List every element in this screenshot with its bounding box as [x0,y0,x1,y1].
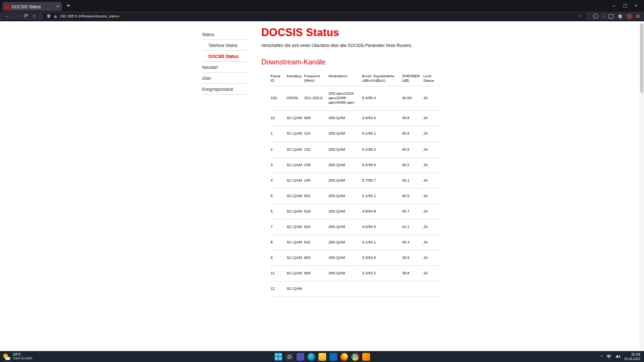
cell-snr: 41.1 [402,219,424,234]
cell-id: 9 [271,251,287,266]
cell-lock: JA [424,266,442,281]
window-controls: – ▢ × [609,1,641,11]
home-icon[interactable]: ⌂ [33,14,36,19]
cell-signal: 5.6/65.6 [362,157,402,173]
page-title: DOCSIS Status [262,26,442,39]
sidebar-item-telefone-status[interactable]: Telefone Status [202,40,248,51]
edge-icon[interactable] [307,353,315,361]
sidebar: Status - Telefone Status DOCSIS Status N… [202,26,248,297]
forward-icon[interactable]: → [14,14,19,19]
file-explorer-icon[interactable] [318,353,326,361]
table-row: 12SC-QAM [271,281,442,297]
taskbar-app-icons [275,353,370,361]
cell-signal: 5.1/65.1 [362,188,402,204]
taskbar: 23°C Stark bewölkt ^ 21:03 16.06.2022 [0,351,644,362]
menu-icon[interactable]: ≡ [636,13,639,19]
cell-lock: JA [424,235,442,251]
cell-snr: 39.8 [402,266,424,281]
scrollbar-thumb[interactable] [640,23,643,93]
cell-mod: 256-QAM [329,219,362,234]
cell-type: SC-QAM [287,173,304,188]
main-panel: DOCSIS Status Verschaffen Sie sich einen… [262,26,442,297]
adblock-shield-icon[interactable] [618,14,623,19]
network-icon[interactable] [606,354,612,359]
sidebar-item-status[interactable]: Status - [202,29,248,40]
sidebar-item-label: Status [202,32,214,37]
cell-signal: 6.1/66.1 [362,126,402,142]
cell-mod: 256-QAM [329,173,362,188]
profile-avatar[interactable] [627,14,632,19]
cell-snr: 40.7 [402,204,424,219]
cell-lock: JA [424,157,442,173]
cell-freq: 626 [304,219,329,234]
table-row: 7SC-QAM626256-QAM4.6/64.641.1JA [271,219,442,234]
cell-lock: JA [424,111,442,126]
cell-lock: JA [424,219,442,234]
sidebar-item-label: Ereignisprotokoll [202,87,233,91]
sidebar-item-docsis-status[interactable]: DOCSIS Status [202,51,248,62]
table-body: 193OFDM151~325.0256-qam/1024-qam/2048-qa… [271,86,442,297]
shield-icon [46,14,51,19]
cell-signal: 4.8/64.8 [362,204,402,219]
table-row: 6SC-QAM618256-QAM4.8/64.840.7JA [271,204,442,219]
cell-type: SC-QAM [287,251,304,266]
close-window-button[interactable]: × [630,1,641,11]
clock-date: 16.06.2022 [624,357,640,361]
chrome-icon[interactable] [351,353,359,361]
taskbar-clock[interactable]: 21:03 16.06.2022 [624,352,640,361]
cell-snr: 40.69 [402,86,424,111]
cell-mod [329,281,362,297]
cell-snr: 40.4 [402,235,424,251]
cell-freq: 666 [304,266,329,281]
firefox-icon[interactable] [340,353,348,361]
sidebar-item-label: Über [202,76,211,81]
page-scrollbar[interactable] [639,21,644,351]
minimize-button[interactable]: – [609,1,620,11]
store-icon[interactable] [329,353,337,361]
cell-mod: 256-QAM [329,251,362,266]
column-header: Empf. Signalstärke(dBmV/dBμV) [362,72,402,86]
close-tab-icon[interactable]: × [56,4,59,9]
sidebar-item-ereignisprotokoll[interactable]: Ereignisprotokoll [202,84,248,95]
sidebar-item-label: Telefone Status [209,43,238,48]
table-row: 10SC-QAM658256-QAM3.6/63.639.8JA [271,111,442,126]
section-title-downstream: Downstream-Kanäle [262,58,442,66]
cell-type: SC-QAM [287,204,304,219]
maximize-button[interactable]: ▢ [620,1,630,11]
cell-type: SC-QAM [287,142,304,157]
cell-mod: 256-QAM [329,235,362,251]
weather-widget[interactable]: 23°C Stark bewölkt [0,352,84,360]
table-row: 193OFDM151~325.0256-qam/1024-qam/2048-qa… [271,86,442,111]
sidebar-toggle-icon[interactable] [609,14,614,19]
download-icon[interactable]: ↓ [602,14,605,19]
start-icon[interactable] [275,353,282,361]
account-icon[interactable] [593,14,598,19]
cell-lock: JA [424,251,442,266]
cell-id: 12 [271,281,287,297]
cell-id: 1 [271,126,287,142]
lock-icon [54,14,57,19]
teams-icon[interactable] [297,353,304,361]
browser-tab[interactable]: DOCSIS Status × [3,2,62,11]
sidebar-item-ueber[interactable]: Über [202,73,248,84]
tab-title: DOCSIS Status [12,5,54,9]
volume-icon[interactable] [615,354,621,359]
search-icon[interactable] [286,353,293,361]
cell-id: 5 [271,188,287,204]
cell-id: 10 [271,111,287,126]
tray-chevron-icon[interactable]: ^ [601,355,603,359]
weather-condition: Stark bewölkt [13,357,32,361]
new-tab-button[interactable]: + [66,3,70,9]
reload-icon[interactable]: ⟳ [24,14,28,19]
sidebar-item-neustart[interactable]: Neustart [202,62,248,73]
back-icon[interactable]: ← [5,14,10,19]
cell-lock: JA [424,142,442,157]
security-icon[interactable] [362,353,370,361]
cell-signal: 4.6/64.6 [362,219,402,234]
url-bar[interactable]: 192.168.0.1/#/status/docsis_status ☆ [43,13,586,20]
cell-lock: JA [424,86,442,111]
cell-signal: 5.4/65.4 [362,86,402,111]
cell-type: SC-QAM [287,266,304,281]
cell-id: 2 [271,142,287,157]
bookmark-star-icon[interactable]: ☆ [578,14,582,19]
